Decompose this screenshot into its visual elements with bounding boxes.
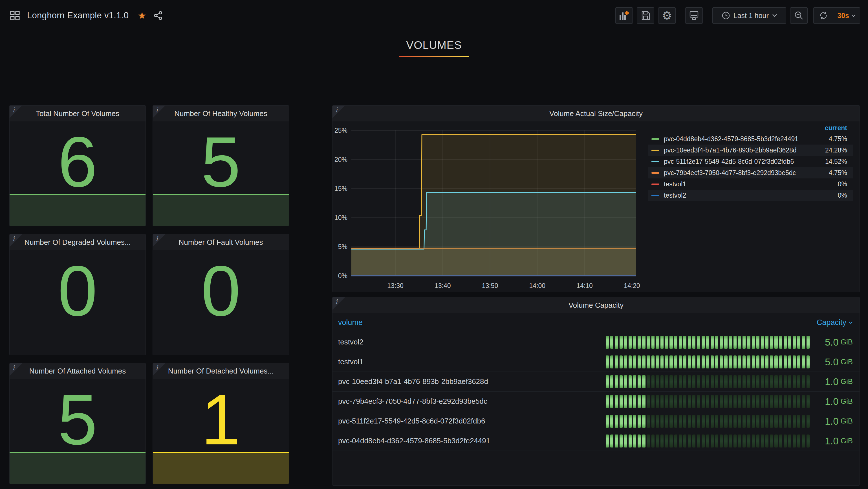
gauge-segment-unlit: [674, 434, 677, 448]
legend-value-header[interactable]: current: [825, 124, 847, 132]
stat-panel-title[interactable]: Number Of Degraded Volumes...: [24, 238, 130, 247]
chart-panel-title[interactable]: Volume Actual Size/Capacity: [549, 109, 643, 118]
gauge-segment-lit: [606, 355, 609, 369]
gauge-segment-lit: [665, 355, 668, 369]
table-row: testvol15.0GiB: [333, 352, 860, 372]
info-icon[interactable]: i: [335, 106, 338, 114]
gauge-segment-unlit: [752, 375, 755, 388]
info-icon[interactable]: i: [335, 298, 338, 306]
gauge-segment-unlit: [788, 434, 791, 448]
gauge-segment-unlit: [734, 395, 737, 408]
legend-row: pvc-10eed3f4-b7a1-4b76-893b-2bb9aef3628d…: [648, 145, 853, 156]
gauge-segment-lit: [697, 336, 700, 349]
capacity-value: 5.0GiB: [825, 352, 853, 372]
stat-panel-title[interactable]: Number Of Attached Volumes: [29, 367, 126, 375]
gauge-segment-unlit: [784, 434, 787, 448]
legend-row: testvol20%: [648, 190, 853, 201]
gauge-segment-lit: [651, 355, 654, 369]
gauge-segment-lit: [788, 336, 791, 349]
gauge-segment-lit: [633, 355, 636, 369]
gauge-segment-unlit: [797, 395, 800, 408]
legend-series-name[interactable]: testvol1: [664, 180, 838, 188]
capacity-cell: 1.0GiB: [600, 431, 860, 451]
legend-series-name[interactable]: pvc-79b4ecf3-7050-4d77-8bf3-e292d93be5dc: [664, 169, 829, 177]
favorite-star-icon[interactable]: ★: [137, 11, 146, 20]
table-panel-title[interactable]: Volume Capacity: [568, 301, 623, 310]
timeseries-chart[interactable]: 0%5%10%15%20%25%13:3013:4013:5014:0014:1…: [332, 122, 646, 292]
legend-series-name[interactable]: pvc-04dd8eb4-d362-4579-8685-5b3d2fe24491: [664, 135, 829, 143]
gauge-segment-lit: [734, 336, 737, 349]
gauge-segment-unlit: [670, 415, 673, 428]
gauge-segment-unlit: [656, 395, 659, 408]
legend-series-name[interactable]: pvc-511f2e17-5549-42d5-8c6d-072f3d02fdb6: [664, 158, 825, 166]
gauge-segment-lit: [610, 336, 613, 349]
refresh-icon: [819, 11, 828, 20]
gauge-segment-lit: [633, 336, 636, 349]
add-panel-button[interactable]: [615, 7, 633, 24]
share-icon[interactable]: [154, 11, 163, 20]
gauge-segment-lit: [638, 434, 641, 448]
gauge-segment-unlit: [738, 375, 741, 388]
stat-panel-title[interactable]: Number Of Healthy Volumes: [174, 109, 267, 118]
gauge-segment-lit: [761, 355, 764, 369]
legend-series-dash-icon: [651, 161, 659, 162]
capacity-unit: GiB: [841, 357, 853, 366]
gauge-segment-unlit: [715, 395, 718, 408]
gauge-segment-lit: [738, 355, 741, 369]
gauge-segment-unlit: [679, 434, 682, 448]
column-header-capacity[interactable]: Capacity: [600, 313, 860, 332]
gauge-segment-lit: [674, 336, 677, 349]
gauge-segment-lit: [656, 336, 659, 349]
row-title[interactable]: VOLUMES: [406, 39, 462, 51]
capacity-cell: 1.0GiB: [600, 392, 860, 411]
gauge-segment-lit: [638, 355, 641, 369]
gauge-segment-unlit: [802, 415, 805, 428]
gauge-segment-unlit: [743, 375, 746, 388]
dashboard-title[interactable]: Longhorn Example v1.1.0: [27, 10, 129, 21]
refresh-button[interactable]: [813, 8, 833, 23]
time-range-picker[interactable]: Last 1 hour: [712, 7, 786, 24]
gauge-segment-lit: [734, 355, 737, 369]
dashboard-settings-button[interactable]: ⚙: [658, 7, 676, 24]
gauge-segment-lit: [647, 355, 650, 369]
stat-panel-title[interactable]: Total Number Of Volumes: [36, 109, 119, 118]
gauge-segment-unlit: [697, 415, 700, 428]
info-icon[interactable]: i: [156, 364, 158, 372]
volume-name-cell: pvc-04dd8eb4-d362-4579-8685-5b3d2fe24491: [333, 431, 600, 451]
dashboard-grid-icon[interactable]: [10, 11, 20, 20]
legend-series-name[interactable]: testvol2: [664, 192, 838, 199]
refresh-interval-dropdown[interactable]: 30s: [833, 11, 860, 20]
gauge-segment-lit: [628, 415, 632, 428]
capacity-value: 1.0GiB: [825, 392, 853, 411]
stat-value: 0: [9, 250, 146, 323]
legend-series-current: 4.75%: [829, 135, 847, 143]
gauge-segment-unlit: [734, 434, 737, 448]
stat-panel-header: Number Of Degraded Volumes...: [9, 234, 146, 250]
info-icon[interactable]: i: [12, 364, 15, 372]
gauge-segment-unlit: [647, 434, 650, 448]
zoom-out-button[interactable]: [790, 7, 808, 24]
info-icon[interactable]: i: [12, 235, 15, 243]
save-dashboard-button[interactable]: [637, 7, 654, 24]
cycle-view-mode-button[interactable]: [685, 7, 703, 24]
stat-panel-title[interactable]: Number Of Detached Volumes...: [168, 367, 274, 375]
gauge-segment-lit: [756, 355, 760, 369]
info-icon[interactable]: i: [12, 106, 15, 114]
monitor-icon: [689, 11, 699, 20]
legend-series-name[interactable]: pvc-10eed3f4-b7a1-4b76-893b-2bb9aef3628d: [664, 146, 825, 154]
gauge-segment-lit: [679, 355, 682, 369]
stat-panel-title[interactable]: Number Of Fault Volumes: [179, 238, 263, 247]
table-row: testvol25.0GiB: [333, 332, 860, 352]
gauge-segment-lit: [752, 336, 755, 349]
info-icon[interactable]: i: [156, 235, 158, 243]
gauge-segment-lit: [688, 355, 691, 369]
svg-text:0%: 0%: [338, 272, 347, 280]
svg-text:10%: 10%: [335, 214, 347, 221]
gauge-segment-lit: [615, 355, 618, 369]
info-icon[interactable]: i: [156, 106, 158, 114]
gauge-segment-unlit: [679, 395, 682, 408]
column-header-volume[interactable]: volume: [333, 313, 600, 332]
gauge-segment-lit: [620, 415, 623, 428]
svg-text:5%: 5%: [338, 243, 347, 251]
gauge-segment-unlit: [702, 395, 705, 408]
